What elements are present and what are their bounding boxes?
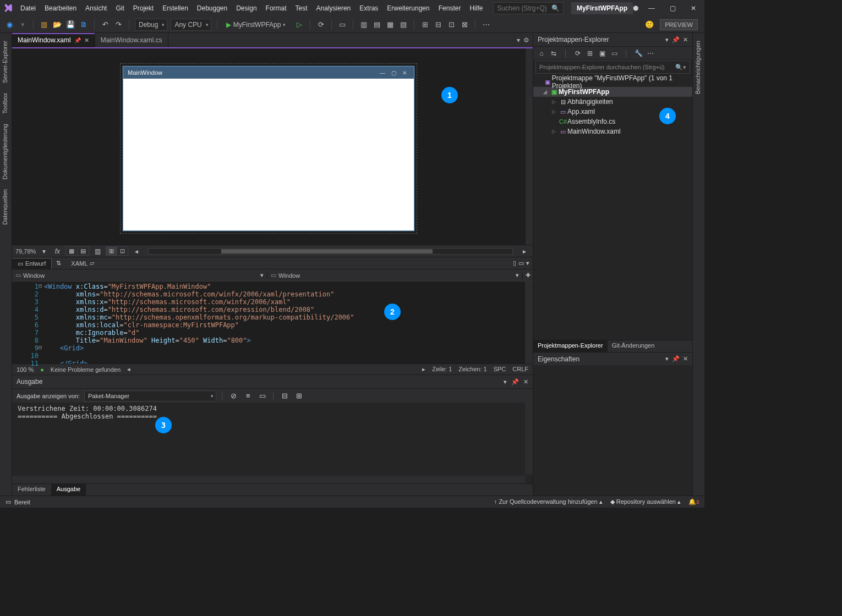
- context-left[interactable]: Window▾: [12, 272, 267, 279]
- pin-icon[interactable]: 📌: [74, 37, 81, 43]
- xaml-tab[interactable]: XAML ▱: [65, 258, 100, 268]
- platform-combo[interactable]: Any CPU: [171, 19, 211, 31]
- menu-test[interactable]: Test: [292, 2, 311, 14]
- sln-pin-icon[interactable]: 📌: [672, 36, 680, 43]
- designer-scrollbar[interactable]: [525, 48, 533, 245]
- menu-debuggen[interactable]: Debuggen: [193, 2, 231, 14]
- sln-menu-icon[interactable]: ▾: [665, 36, 669, 43]
- feedback-icon[interactable]: 🙂: [644, 20, 654, 30]
- toolbar-icon-11[interactable]: ⋯: [481, 20, 491, 30]
- sln-ico-2[interactable]: ⋯: [646, 50, 655, 57]
- undo-icon[interactable]: ↶: [100, 20, 110, 30]
- toolbar-icon-1[interactable]: ⟳: [316, 20, 326, 30]
- menu-analysieren[interactable]: Analysieren: [313, 2, 355, 14]
- zoom-dropdown-icon[interactable]: ▾: [39, 248, 49, 255]
- toolbar-icon-2[interactable]: ▭: [337, 20, 347, 30]
- sln-close-icon[interactable]: ✕: [683, 36, 688, 43]
- tab-settings-icon[interactable]: ⚙: [523, 36, 529, 44]
- output-close-icon[interactable]: ✕: [523, 378, 528, 386]
- menu-extras[interactable]: Extras: [356, 2, 382, 14]
- tree-mainwindow-xaml[interactable]: ▷▭ MainWindow.xaml: [533, 127, 692, 136]
- output-clear-icon[interactable]: ⊘: [229, 391, 239, 401]
- sln-tab[interactable]: Git-Änderungen: [608, 340, 659, 352]
- left-tab-dokumentgliederung[interactable]: Dokumentgliederung: [0, 119, 10, 184]
- designer-hscrollbar[interactable]: [148, 248, 513, 255]
- sln-collapse-icon[interactable]: ▣: [597, 50, 607, 57]
- props-menu-icon[interactable]: ▾: [665, 355, 669, 362]
- preview-badge[interactable]: PREVIEW: [660, 19, 698, 30]
- code-scrollbar[interactable]: [525, 282, 533, 364]
- minimize-button[interactable]: —: [644, 2, 659, 14]
- output-hscroll[interactable]: [12, 476, 525, 483]
- doc-tab[interactable]: MainWindow.xaml.cs: [95, 33, 168, 47]
- tab-overflow-icon[interactable]: ▾: [517, 36, 520, 44]
- menu-fenster[interactable]: Fenster: [435, 2, 465, 14]
- sln-sync-icon[interactable]: ⇆: [549, 50, 559, 57]
- problems-label[interactable]: Keine Probleme gefunden: [51, 366, 121, 373]
- nav-next-icon[interactable]: ▸: [422, 366, 425, 373]
- close-button[interactable]: ✕: [686, 2, 701, 14]
- snap-1-icon[interactable]: ⊞: [106, 247, 117, 255]
- menu-bearbeiten[interactable]: Bearbeiten: [41, 2, 80, 14]
- output-ico-4[interactable]: ⊟: [280, 391, 290, 401]
- menu-erweiterungen[interactable]: Erweiterungen: [383, 2, 433, 14]
- output-vscroll[interactable]: [525, 403, 533, 475]
- solution-tree[interactable]: ▣ Projektmappe "MyFirstWPFApp" (1 von 1 …: [533, 75, 692, 210]
- menu-git[interactable]: Git: [112, 2, 128, 14]
- start-debug-button[interactable]: ▶ MyFirstWPFApp ▾: [223, 19, 292, 31]
- output-menu-icon[interactable]: ▾: [504, 378, 507, 386]
- effects-icon[interactable]: fx: [52, 248, 62, 255]
- toolbar-icon-9[interactable]: ⊡: [446, 20, 456, 30]
- snap-2-icon[interactable]: ⊡: [117, 247, 128, 255]
- snap-icon[interactable]: ▥: [92, 248, 102, 255]
- split-h-icon[interactable]: ▯: [513, 260, 516, 267]
- nav-left-icon[interactable]: ◂: [132, 248, 141, 255]
- output-source-combo[interactable]: Paket-Manager: [84, 391, 216, 402]
- context-add-icon[interactable]: ✚: [523, 272, 533, 279]
- nav-fwd-icon[interactable]: ▾: [18, 20, 28, 30]
- output-ico-3[interactable]: ▭: [258, 391, 267, 401]
- collapse-icon[interactable]: ▾: [526, 260, 529, 267]
- sln-refresh-icon[interactable]: ⟳: [573, 50, 583, 57]
- context-right[interactable]: Window▾: [267, 272, 523, 279]
- menu-projekt[interactable]: Projekt: [129, 2, 157, 14]
- doc-tab[interactable]: MainWindow.xaml📌✕: [12, 33, 95, 47]
- configuration-combo[interactable]: Debug: [135, 19, 167, 31]
- toolbar-icon-10[interactable]: ⊠: [460, 20, 469, 30]
- menu-format[interactable]: Format: [262, 2, 291, 14]
- sln-tab[interactable]: Projektmappen-Explorer: [533, 340, 608, 352]
- nav-back-icon[interactable]: ◉: [4, 20, 14, 30]
- grid-mode-2-icon[interactable]: ▤: [78, 247, 89, 255]
- redo-icon[interactable]: ↷: [113, 20, 123, 30]
- toolbar-icon-8[interactable]: ⊟: [433, 20, 443, 30]
- props-pin-icon[interactable]: 📌: [672, 355, 680, 362]
- notification-bell[interactable]: 🔔3: [688, 498, 699, 505]
- toolbar-icon-7[interactable]: ⊞: [420, 20, 430, 30]
- indent-indicator[interactable]: SPC: [494, 366, 506, 373]
- xaml-code-view[interactable]: 1234567891011 ⊟⊟ <Window x:Class="MyFirs…: [12, 281, 533, 364]
- menu-erstellen[interactable]: Erstellen: [158, 2, 192, 14]
- toolbar-icon-3[interactable]: ▥: [359, 20, 369, 30]
- tab-close-icon[interactable]: ✕: [84, 37, 89, 44]
- nav-right-icon[interactable]: ▸: [520, 248, 529, 255]
- menu-hilfe[interactable]: Hilfe: [466, 2, 486, 14]
- tree-dependencies[interactable]: ▷⊟ Abhängigkeiten: [533, 97, 692, 107]
- fold-gutter[interactable]: ⊟⊟: [37, 283, 43, 367]
- live-share-icon[interactable]: ⬢: [633, 4, 638, 12]
- menu-design[interactable]: Design: [232, 2, 260, 14]
- start-without-debug-icon[interactable]: ▷: [294, 20, 304, 30]
- new-project-icon[interactable]: ▥: [39, 20, 49, 30]
- swap-panes-button[interactable]: ⇅: [52, 258, 65, 268]
- menu-ansicht[interactable]: Ansicht: [81, 2, 111, 14]
- sln-properties-icon[interactable]: 🔧: [633, 50, 643, 57]
- save-icon[interactable]: 💾: [65, 20, 75, 30]
- code-content[interactable]: <Window x:Class="MyFirstWPFApp.MainWindo…: [44, 282, 525, 364]
- left-tab-server-explorer[interactable]: Server-Explorer: [0, 36, 10, 87]
- save-all-icon[interactable]: 🗎: [79, 20, 89, 30]
- output-ico-5[interactable]: ⊞: [294, 391, 304, 401]
- grid-mode-1-icon[interactable]: ▦: [66, 247, 78, 255]
- output-tab[interactable]: Ausgabe: [51, 484, 86, 496]
- menu-datei[interactable]: Datei: [17, 2, 40, 14]
- toolbar-icon-5[interactable]: ▦: [385, 20, 395, 30]
- tree-solution-root[interactable]: ▣ Projektmappe "MyFirstWPFApp" (1 von 1 …: [533, 77, 692, 87]
